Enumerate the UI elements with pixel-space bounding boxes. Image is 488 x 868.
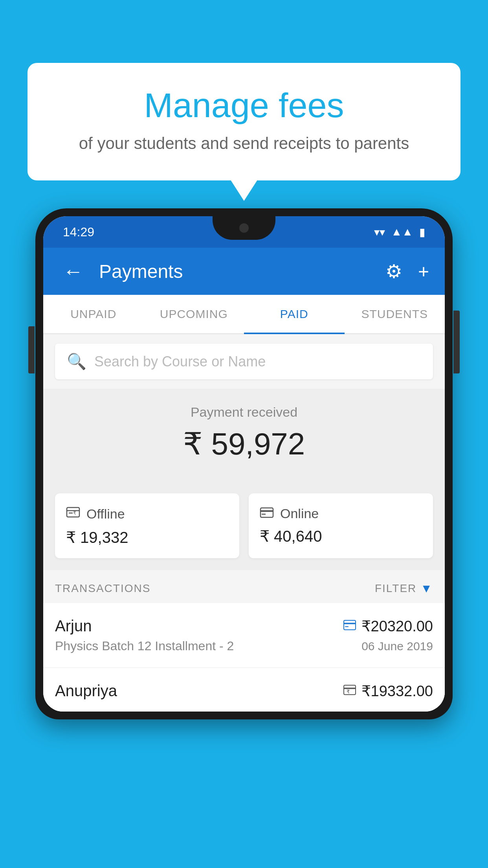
transaction-course: Physics Batch 12 Installment - 2 [55, 639, 234, 653]
offline-icon: ₹ [66, 505, 80, 523]
transaction-top: Arjun ₹20320.00 [55, 617, 433, 635]
svg-rect-4 [261, 508, 273, 517]
transaction-amount: ₹20320.00 [361, 618, 433, 635]
transaction-bottom: Physics Batch 12 Installment - 2 06 June… [55, 639, 433, 653]
battery-icon: ▮ [419, 226, 425, 239]
phone-screen: 14:29 ▾▾ ▲▲ ▮ ← Payments ⚙ + [43, 216, 445, 712]
wifi-icon: ▾▾ [374, 226, 385, 239]
svg-text:₹: ₹ [73, 510, 76, 516]
tab-paid[interactable]: PAID [244, 295, 345, 333]
transaction-date: 06 June 2019 [361, 640, 433, 653]
filter-icon: ▼ [420, 582, 433, 595]
content-area: 🔍 Search by Course or Name Payment recei… [43, 344, 445, 712]
status-bar: 14:29 ▾▾ ▲▲ ▮ [43, 216, 445, 248]
svg-text:₹: ₹ [347, 689, 350, 695]
tabs: UNPAID UPCOMING PAID STUDENTS [43, 295, 445, 334]
phone-wrapper: 14:29 ▾▾ ▲▲ ▮ ← Payments ⚙ + [35, 208, 453, 868]
speech-bubble: Manage fees of your students and send re… [28, 63, 460, 180]
signal-icon: ▲▲ [391, 226, 413, 238]
online-label: Online [280, 506, 319, 521]
bubble-title: Manage fees [59, 86, 429, 125]
status-icons: ▾▾ ▲▲ ▮ [374, 226, 425, 239]
app-bar-title: Payments [99, 261, 374, 282]
search-placeholder: Search by Course or Name [94, 353, 266, 370]
add-button[interactable]: + [418, 261, 429, 282]
speech-bubble-container: Manage fees of your students and send re… [28, 63, 460, 180]
transactions-header: TRANSACTIONS FILTER ▼ [43, 570, 445, 603]
payment-received-label: Payment received [55, 405, 433, 420]
app-bar-actions: ⚙ + [385, 260, 429, 282]
app-bar: ← Payments ⚙ + [43, 248, 445, 295]
payment-total-amount: ₹ 59,972 [55, 426, 433, 462]
search-bar[interactable]: 🔍 Search by Course or Name [55, 344, 433, 379]
transaction-name-2: Anupriya [55, 682, 117, 700]
transaction-top-2: Anupriya ₹ ₹19332.00 [55, 682, 433, 700]
phone-outer: 14:29 ▾▾ ▲▲ ▮ ← Payments ⚙ + [35, 208, 453, 719]
filter-label: FILTER [375, 582, 416, 595]
transaction-name: Arjun [55, 617, 92, 635]
notch-camera [239, 223, 249, 233]
transaction-amount-row: ₹20320.00 [343, 618, 433, 635]
online-card: Online ₹ 40,640 [249, 493, 433, 558]
bubble-subtitle: of your students and send receipts to pa… [59, 134, 429, 153]
online-card-header: Online [260, 505, 422, 522]
transaction-row-partial[interactable]: Anupriya ₹ ₹19332.00 [43, 668, 445, 712]
notch [213, 216, 275, 240]
filter-button[interactable]: FILTER ▼ [375, 582, 433, 595]
tab-unpaid[interactable]: UNPAID [43, 295, 144, 333]
offline-amount: ₹ 19,332 [66, 528, 228, 546]
transaction-row[interactable]: Arjun ₹20320.00 [43, 603, 445, 668]
tab-students[interactable]: STUDENTS [345, 295, 445, 333]
status-time: 14:29 [63, 225, 94, 239]
settings-button[interactable]: ⚙ [385, 260, 402, 282]
svg-rect-10 [344, 685, 356, 695]
offline-card-header: ₹ Offline [66, 505, 228, 523]
transaction-amount-2: ₹19332.00 [361, 682, 433, 700]
transaction-amount-row-2: ₹ ₹19332.00 [343, 682, 433, 700]
online-payment-icon [343, 620, 356, 633]
search-icon: 🔍 [67, 352, 86, 371]
transactions-label: TRANSACTIONS [55, 582, 150, 595]
online-icon [260, 505, 274, 522]
online-amount: ₹ 40,640 [260, 527, 422, 545]
back-button[interactable]: ← [59, 256, 87, 287]
tab-upcoming[interactable]: UPCOMING [144, 295, 244, 333]
offline-label: Offline [86, 506, 125, 522]
offline-card: ₹ Offline ₹ 19,332 [55, 493, 239, 558]
svg-rect-7 [344, 620, 356, 630]
payment-cards: ₹ Offline ₹ 19,332 [43, 482, 445, 570]
payment-summary: Payment received ₹ 59,972 [43, 389, 445, 482]
offline-payment-icon: ₹ [343, 684, 356, 698]
